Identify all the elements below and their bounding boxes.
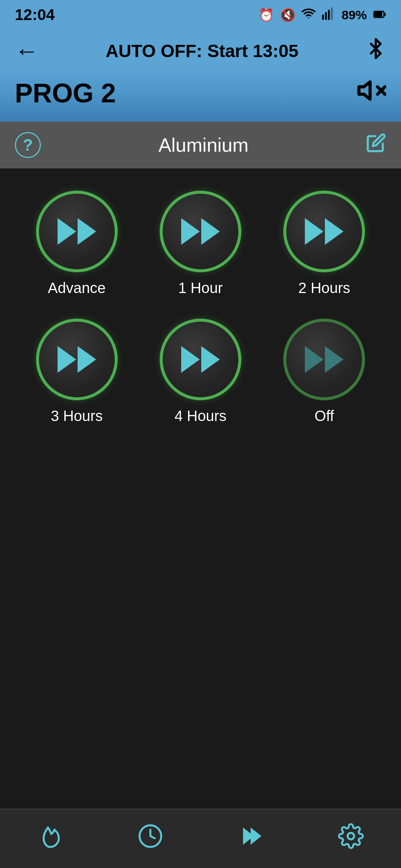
advance-label: Advance	[48, 280, 106, 296]
svg-point-0	[308, 17, 309, 19]
off-button[interactable]: Off	[270, 319, 379, 424]
flame-nav-item[interactable]	[17, 809, 84, 868]
svg-point-13	[348, 833, 354, 839]
one-hour-button[interactable]: 1 Hour	[146, 191, 255, 296]
one-hour-ff-icon	[181, 218, 220, 245]
edit-icon[interactable]	[366, 133, 386, 157]
svg-marker-7	[359, 82, 370, 99]
material-bar: ? Aluminium	[0, 122, 401, 168]
svg-rect-2	[325, 12, 327, 20]
two-hours-label: 2 Hours	[298, 280, 350, 296]
four-hours-ff-icon	[181, 346, 220, 373]
advance-nav-item[interactable]	[217, 809, 284, 868]
mute-icon[interactable]	[356, 76, 386, 111]
header: ← AUTO OFF: Start 13:05	[0, 30, 401, 68]
three-hours-button[interactable]: 3 Hours	[22, 319, 131, 424]
off-circle[interactable]	[283, 319, 365, 400]
four-hours-label: 4 Hours	[175, 408, 226, 424]
help-icon: ?	[23, 136, 33, 154]
clock-nav-icon	[137, 823, 163, 855]
settings-nav-icon	[338, 823, 364, 855]
status-time: 12:04	[15, 6, 55, 24]
svg-rect-3	[328, 10, 330, 20]
mute-status-icon: 🔇	[280, 7, 296, 22]
flame-nav-icon	[37, 823, 63, 855]
two-hours-circle[interactable]	[283, 191, 365, 272]
bottom-nav	[0, 809, 401, 868]
back-button[interactable]: ←	[15, 37, 39, 65]
advance-circle[interactable]	[36, 191, 118, 272]
signal-icon	[322, 6, 336, 23]
svg-marker-12	[251, 827, 261, 845]
three-hours-circle[interactable]	[36, 319, 118, 400]
prog-section: PROG 2	[0, 68, 401, 122]
advance-ff-icon	[58, 218, 96, 245]
off-ff-icon	[305, 346, 343, 373]
battery-icon	[373, 7, 386, 22]
bluetooth-icon[interactable]	[365, 38, 386, 64]
wifi-icon	[301, 6, 316, 23]
clock-nav-item[interactable]	[117, 809, 184, 868]
help-button[interactable]: ?	[15, 132, 41, 158]
two-hours-ff-icon	[305, 218, 343, 245]
advance-nav-icon	[238, 823, 264, 855]
two-hours-button[interactable]: 2 Hours	[270, 191, 379, 296]
four-hours-circle[interactable]	[160, 319, 241, 400]
battery-text: 89%	[342, 8, 367, 22]
four-hours-button[interactable]: 4 Hours	[146, 319, 255, 424]
svg-rect-4	[331, 7, 333, 20]
one-hour-label: 1 Hour	[178, 280, 223, 296]
svg-rect-1	[322, 14, 324, 20]
status-icons: ⏰ 🔇 89%	[258, 6, 386, 23]
alarm-icon: ⏰	[258, 7, 274, 22]
prog-title: PROG 2	[15, 78, 116, 108]
advance-button[interactable]: Advance	[22, 191, 131, 296]
settings-nav-item[interactable]	[317, 809, 384, 868]
status-bar: 12:04 ⏰ 🔇 89%	[0, 0, 401, 30]
main-content: Advance 1 Hour 2 Hours 3 Hours	[0, 168, 401, 447]
off-label: Off	[314, 408, 334, 424]
svg-rect-6	[375, 12, 382, 17]
three-hours-ff-icon	[58, 346, 96, 373]
three-hours-label: 3 Hours	[51, 408, 103, 424]
one-hour-circle[interactable]	[160, 191, 241, 272]
header-title: AUTO OFF: Start 13:05	[39, 41, 365, 61]
material-name: Aluminium	[159, 134, 249, 156]
